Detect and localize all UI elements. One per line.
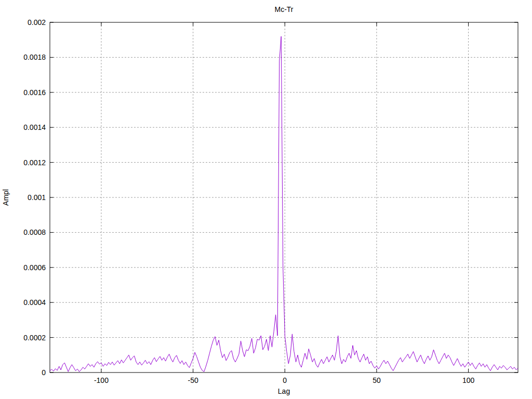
y-tick-label: 0.002 [11,18,46,27]
x-tick-label: 0 [267,376,303,385]
correlation-chart: Mc-Tr Ampl Lag -100-5005010000.00020.000… [0,0,532,399]
y-tick-label: 0.0002 [11,333,46,342]
y-tick-label: 0 [11,368,46,377]
correlation-line [50,36,518,371]
x-tick-label: 50 [358,376,395,385]
x-tick-label: -100 [83,376,119,385]
y-tick-label: 0.0014 [11,123,46,132]
x-tick-label: -50 [175,376,211,385]
plot-area [0,0,532,399]
y-tick-label: 0.0008 [11,228,46,237]
y-tick-label: 0.0016 [11,88,46,97]
y-tick-label: 0.0012 [11,158,46,167]
y-tick-label: 0.001 [11,193,46,202]
y-tick-label: 0.0004 [11,298,46,307]
x-tick-label: 100 [450,376,487,385]
y-tick-label: 0.0006 [11,263,46,272]
y-tick-label: 0.0018 [11,52,46,62]
